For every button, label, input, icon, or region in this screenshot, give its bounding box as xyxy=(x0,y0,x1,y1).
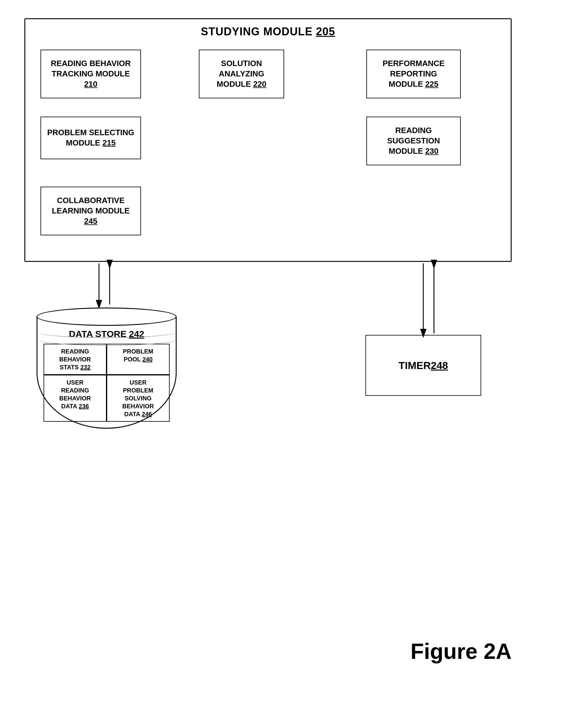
studying-module-title: STUDYING MODULE 205 xyxy=(25,25,511,38)
reading-behavior-line1: READING BEHAVIOR xyxy=(51,59,131,68)
ups-label: USER PROBLEM SOLVING BEHAVIOR DATA 246 xyxy=(122,379,154,417)
reading-behavior-module-box: READING BEHAVIOR TRACKING MODULE 210 xyxy=(40,49,141,98)
problem-selecting-module-box: PROBLEM SELECTING MODULE 215 xyxy=(40,117,141,159)
rbs-label: READING BEHAVIOR STATS 232 xyxy=(59,348,91,371)
figure-label: Figure 2A xyxy=(411,639,511,664)
solution-analyzing-label: SOLUTION ANALYZING MODULE 220 xyxy=(217,58,266,89)
problem-selecting-number: 215 xyxy=(102,138,115,147)
collaborative-number: 245 xyxy=(84,217,97,226)
reading-suggestion-label: READING SUGGESTION MODULE 230 xyxy=(387,125,440,156)
urb-label: USER READING BEHAVIOR DATA 236 xyxy=(59,379,91,409)
performance-line3: MODULE xyxy=(388,80,425,89)
reading-suggestion-line2: SUGGESTION xyxy=(387,136,440,145)
cylinder-body: DATA STORE 242 READING BEHAVIOR STATS 23… xyxy=(36,317,177,429)
timer-number: 248 xyxy=(431,360,448,371)
reading-suggestion-line3: MODULE xyxy=(388,146,425,155)
reading-behavior-stats-box: READING BEHAVIOR STATS 232 xyxy=(43,344,107,375)
solution-analyzing-module-box: SOLUTION ANALYZING MODULE 220 xyxy=(199,49,284,98)
problem-selecting-label: PROBLEM SELECTING MODULE 215 xyxy=(47,128,134,148)
timer-box: TIMER 248 xyxy=(365,335,481,396)
reading-behavior-number: 210 xyxy=(84,80,97,89)
cylinder-inner-line-2 xyxy=(36,333,177,346)
studying-module-number: 205 xyxy=(316,25,335,38)
studying-module-prefix: STUDYING MODULE xyxy=(201,25,316,38)
solution-line1: SOLUTION xyxy=(221,59,262,68)
problem-pool-box: PROBLEM POOL 240 xyxy=(107,344,169,375)
performance-number: 225 xyxy=(425,80,438,89)
problem-selecting-line2: MODULE xyxy=(66,138,102,147)
data-store-cylinder: DATA STORE 242 READING BEHAVIOR STATS 23… xyxy=(36,308,177,429)
collaborative-learning-module-box: COLLABORATIVE LEARNING MODULE 245 xyxy=(40,187,141,235)
performance-line1: PERFORMANCE xyxy=(382,59,445,68)
collaborative-learning-label: COLLABORATIVE LEARNING MODULE 245 xyxy=(46,196,136,226)
data-store-container: DATA STORE 242 READING BEHAVIOR STATS 23… xyxy=(36,308,177,429)
studying-module-box: STUDYING MODULE 205 READING BEHAVIOR TRA… xyxy=(24,18,511,262)
collaborative-line1: COLLABORATIVE xyxy=(57,196,125,205)
cylinder-top xyxy=(36,308,177,326)
reading-suggestion-line1: READING xyxy=(395,126,432,135)
problem-selecting-line1: PROBLEM SELECTING xyxy=(47,128,134,137)
user-problem-solving-box: USER PROBLEM SOLVING BEHAVIOR DATA 246 xyxy=(107,375,169,422)
data-inner-boxes: READING BEHAVIOR STATS 232 PROBLEM POOL … xyxy=(43,344,169,422)
collaborative-line2: LEARNING MODULE xyxy=(52,206,130,215)
reading-suggestion-module-box: READING SUGGESTION MODULE 230 xyxy=(366,117,461,165)
solution-line3: MODULE xyxy=(217,80,253,89)
reading-behavior-module-label: READING BEHAVIOR TRACKING MODULE 210 xyxy=(46,58,136,89)
user-reading-behavior-box: USER READING BEHAVIOR DATA 236 xyxy=(43,375,107,422)
pp-label: PROBLEM POOL 240 xyxy=(123,348,153,363)
performance-line2: REPORTING xyxy=(390,69,437,78)
performance-reporting-module-box: PERFORMANCE REPORTING MODULE 225 xyxy=(366,49,461,98)
solution-line2: ANALYZING xyxy=(219,69,264,78)
performance-reporting-label: PERFORMANCE REPORTING MODULE 225 xyxy=(382,58,445,89)
solution-number: 220 xyxy=(253,80,266,89)
timer-label: TIMER xyxy=(398,360,431,371)
reading-suggestion-number: 230 xyxy=(425,146,438,155)
reading-behavior-line2: TRACKING MODULE xyxy=(51,69,130,78)
